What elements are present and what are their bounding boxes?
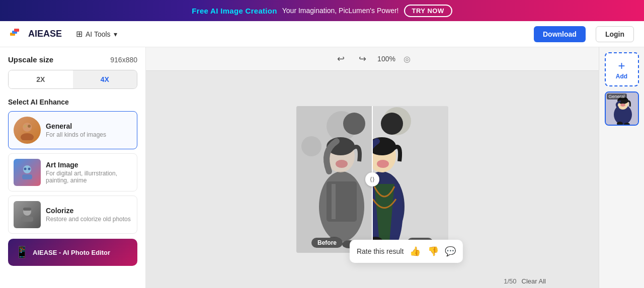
- svg-rect-22: [327, 181, 357, 222]
- svg-point-40: [617, 122, 623, 126]
- after-side: [372, 106, 448, 253]
- svg-point-17: [343, 113, 365, 135]
- upscale-size-value: 916x880: [110, 56, 137, 64]
- svg-point-4: [21, 133, 34, 140]
- svg-point-5: [24, 125, 27, 128]
- thumbnail-item[interactable]: General: [605, 91, 639, 126]
- general-desc: For all kinds of images: [46, 131, 106, 138]
- colorize-portrait-icon: [18, 206, 36, 224]
- colorize-thumb: [14, 201, 41, 228]
- before-label: Before: [311, 238, 343, 248]
- plus-icon: +: [618, 59, 625, 73]
- promo-icon: 📱: [15, 246, 29, 259]
- svg-rect-13: [23, 208, 31, 211]
- svg-point-32: [377, 160, 389, 168]
- login-button[interactable]: Login: [596, 26, 634, 42]
- svg-point-39: [620, 104, 625, 107]
- chevron-down-icon: ▾: [114, 30, 117, 38]
- upscale-title: Upscale size: [8, 55, 53, 64]
- art-info: Art Image For digital art, illurrstratio…: [46, 161, 117, 184]
- svg-point-16: [301, 136, 321, 156]
- thumb-label: General: [607, 93, 627, 100]
- banner-bold-text: Free AI Image Creation: [192, 7, 277, 15]
- header: AIEASE ⊞ AI Tools ▾ Download Login: [0, 21, 644, 47]
- main-layout: Upscale size 916x880 2X 4X Select AI Enh…: [0, 47, 644, 288]
- rate-text: Rate this result: [357, 247, 404, 255]
- svg-point-9: [24, 168, 27, 170]
- grid-icon: ⊞: [76, 29, 83, 39]
- general-portrait-icon: [17, 120, 37, 140]
- svg-point-21: [336, 160, 348, 168]
- enhance-general-item[interactable]: General For all kinds of images: [8, 111, 137, 149]
- image-count: 1/50: [504, 277, 516, 285]
- ai-tools-label: AI Tools: [86, 30, 111, 38]
- logo-text: AIEASE: [28, 29, 62, 39]
- before-image: [296, 106, 372, 253]
- svg-point-3: [23, 123, 32, 132]
- chat-button[interactable]: 💬: [445, 246, 456, 257]
- general-info: General For all kinds of images: [46, 122, 106, 138]
- right-sidebar: + Add General: [599, 47, 644, 288]
- banner-cta-button[interactable]: TRY NOW: [404, 5, 452, 17]
- size-2x-button[interactable]: 2X: [9, 70, 73, 88]
- svg-point-10: [28, 168, 31, 170]
- toolbar: ↩ ↪ 100% ◎: [146, 47, 599, 71]
- download-button[interactable]: Download: [534, 26, 586, 42]
- svg-point-28: [381, 113, 403, 135]
- general-thumb: [14, 117, 41, 144]
- ai-tools-button[interactable]: ⊞ AI Tools ▾: [72, 27, 121, 41]
- thumbs-down-button[interactable]: 👎: [427, 245, 440, 258]
- target-button[interactable]: ◎: [404, 54, 411, 64]
- colorize-label: Colorize: [46, 207, 131, 215]
- add-image-box[interactable]: + Add: [605, 52, 639, 86]
- bottom-promo[interactable]: 📱 AIEASE - AI Photo Editor: [8, 239, 137, 266]
- clear-all-button[interactable]: Clear All: [522, 277, 546, 285]
- size-toggle: 2X 4X: [8, 70, 137, 89]
- enhance-colorize-item[interactable]: Colorize Restore and colorize old photos: [8, 196, 137, 234]
- rate-popup: Rate this result 👍 👎 💬: [350, 240, 463, 263]
- compare-handle[interactable]: ⟨⟩: [365, 172, 379, 186]
- size-4x-button[interactable]: 4X: [73, 70, 137, 88]
- undo-button[interactable]: ↩: [334, 52, 348, 65]
- center-canvas: ↩ ↪ 100% ◎: [146, 47, 599, 288]
- after-image: [372, 106, 448, 253]
- select-enhance-title: Select AI Enhance: [8, 98, 137, 106]
- art-thumb: [14, 159, 41, 186]
- left-sidebar: Upscale size 916x880 2X 4X Select AI Enh…: [0, 47, 146, 288]
- compare-wrapper[interactable]: ⟨⟩ Before After: [296, 106, 448, 253]
- svg-rect-8: [22, 174, 32, 179]
- add-label: Add: [616, 73, 627, 80]
- upscale-header: Upscale size 916x880: [8, 55, 137, 64]
- art-label: Art Image: [46, 161, 117, 169]
- svg-rect-2: [14, 29, 19, 32]
- svg-rect-23: [332, 184, 336, 219]
- bottom-bar: 1/50 Clear All: [499, 274, 551, 288]
- logo: AIEASE: [10, 29, 62, 40]
- thumbs-up-button[interactable]: 👍: [409, 245, 422, 258]
- before-side: [296, 106, 372, 253]
- colorize-desc: Restore and colorize old photos: [46, 216, 131, 223]
- banner-normal-text: Your Imagination, PicLumen's Power!: [282, 7, 399, 15]
- colorize-info: Colorize Restore and colorize old photos: [46, 207, 131, 223]
- art-portrait-icon: [18, 163, 36, 181]
- svg-point-6: [28, 125, 31, 128]
- promo-title: AIEASE - AI Photo Editor: [33, 249, 110, 256]
- svg-rect-12: [21, 217, 33, 222]
- logo-icon: [10, 29, 25, 40]
- enhance-art-item[interactable]: Art Image For digital art, illurrstratio…: [8, 153, 137, 191]
- top-banner: Free AI Image Creation Your Imagination,…: [0, 0, 644, 21]
- zoom-level: 100%: [377, 55, 395, 63]
- art-desc: For digital art, illurrstration,painting…: [46, 170, 117, 184]
- redo-button[interactable]: ↪: [356, 52, 369, 65]
- general-label: General: [46, 122, 106, 130]
